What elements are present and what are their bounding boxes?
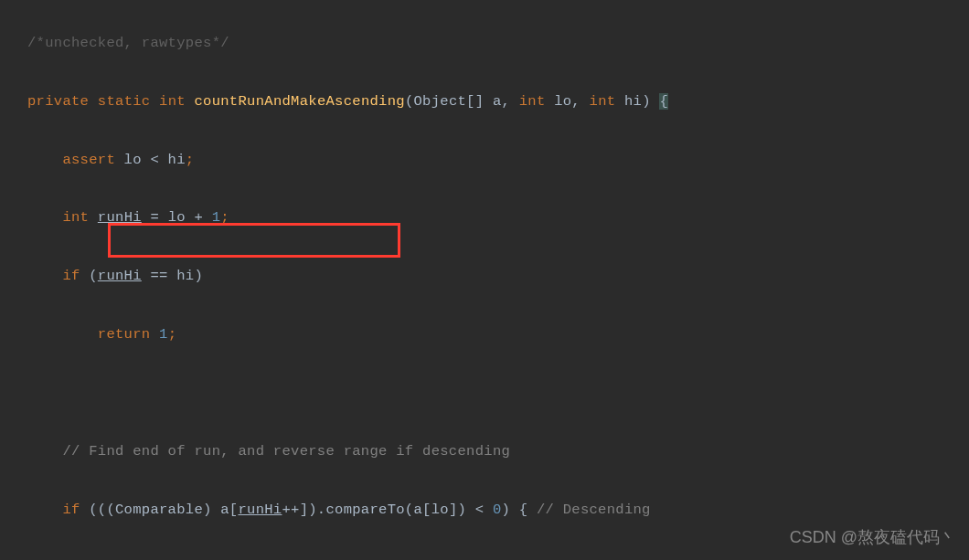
keyword-return: return: [98, 326, 151, 343]
suppress-comment: /*unchecked, rawtypes*/: [27, 35, 229, 51]
watermark: CSDN @熬夜磕代码丶: [790, 521, 956, 555]
brace-open: {: [659, 93, 668, 110]
code-line-6: // Find end of run, and reverse range if…: [27, 438, 969, 467]
keyword-assert: assert: [62, 152, 115, 168]
code-line-blank: [27, 379, 969, 408]
keyword-if: if: [62, 502, 80, 518]
code-line-2: assert lo < hi;: [27, 146, 969, 175]
code-line-1: private static int countRunAndMakeAscend…: [27, 88, 969, 117]
code-line-0: /*unchecked, rawtypes*/: [27, 29, 969, 58]
keyword-private: private: [27, 93, 89, 110]
code-line-3: int runHi = lo + 1;: [27, 204, 969, 233]
code-line-8: while (runHi < hi && ((Comparable) a[run…: [27, 555, 969, 560]
keyword-int: int: [590, 93, 616, 110]
keyword-int: int: [519, 93, 546, 110]
var-runHi: runHi: [98, 209, 142, 226]
comment-find: // Find end of run, and reverse range if…: [62, 443, 510, 460]
keyword-int: int: [159, 93, 186, 110]
comment-desc: // Descending: [537, 502, 651, 518]
keyword-static: static: [98, 93, 151, 110]
keyword-int: int: [62, 209, 89, 226]
keyword-if: if: [62, 268, 80, 284]
code-line-4: if (runHi == hi): [27, 262, 969, 291]
code-line-5: return 1;: [27, 321, 969, 350]
code-editor[interactable]: /*unchecked, rawtypes*/ private static i…: [0, 0, 969, 560]
params: (Object[] a,: [405, 93, 519, 110]
method-name: countRunAndMakeAscending: [194, 93, 404, 110]
